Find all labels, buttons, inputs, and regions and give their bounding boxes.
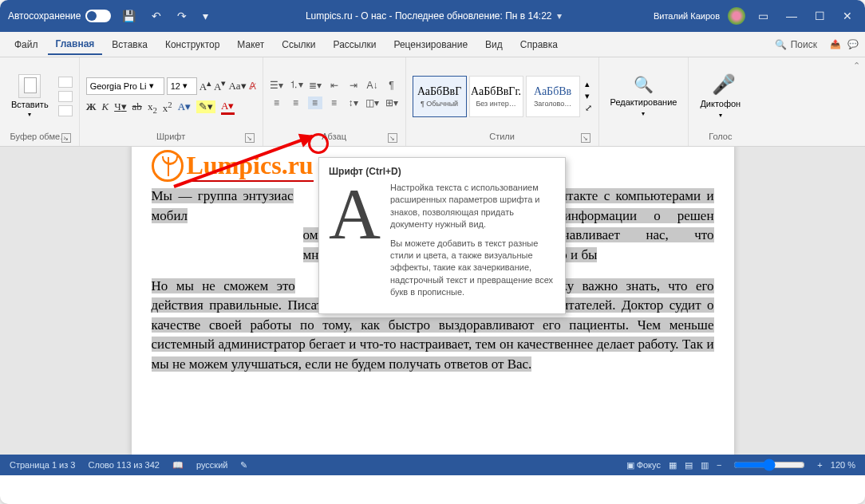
- grow-font-icon[interactable]: A▴: [199, 78, 211, 93]
- line-spacing-icon[interactable]: ↕▾: [346, 96, 361, 109]
- italic-button[interactable]: К: [102, 100, 109, 113]
- save-icon[interactable]: 💾: [117, 8, 140, 24]
- tab-layout[interactable]: Макет: [229, 35, 272, 54]
- dictate-button[interactable]: 🎤Диктофон▾: [695, 70, 745, 122]
- tab-design[interactable]: Конструктор: [157, 35, 227, 54]
- comments-icon[interactable]: 💬: [847, 39, 859, 49]
- group-editing: 🔍Редактирование▾: [599, 57, 689, 146]
- tab-review[interactable]: Рецензирование: [385, 35, 476, 54]
- status-spellcheck-icon[interactable]: 📖: [172, 460, 184, 471]
- font-color-icon[interactable]: A▾: [221, 100, 234, 115]
- group-voice: 🎤Диктофон▾ Голос: [689, 57, 752, 146]
- view-read-icon[interactable]: ▦: [669, 460, 677, 471]
- style-normal[interactable]: АаБбВвГ¶ Обычный: [413, 76, 467, 117]
- group-styles: АаБбВвГ¶ Обычный АаБбВвГг.Без интер… АаБ…: [406, 57, 599, 146]
- zoom-slider[interactable]: [733, 459, 805, 471]
- format-painter-icon[interactable]: [58, 105, 73, 116]
- tab-view[interactable]: Вид: [477, 35, 511, 54]
- styles-down-icon[interactable]: ▾: [585, 91, 592, 101]
- font-tooltip: Шрифт (Ctrl+D) A Настройка текста с испо…: [318, 157, 566, 314]
- avatar[interactable]: [728, 7, 745, 25]
- ribbon-mode-icon[interactable]: ▭: [753, 8, 773, 24]
- maximize-icon[interactable]: ☐: [810, 8, 830, 24]
- sort-icon[interactable]: A↓: [365, 79, 380, 92]
- underline-button[interactable]: Ч▾: [114, 100, 126, 113]
- logo-icon: [152, 150, 184, 182]
- status-page[interactable]: Страница 1 из 3: [10, 460, 75, 470]
- group-font: Georgia Pro Li ▾ 12 ▾ A▴ A▾ Aa▾ A̷ Ж К Ч…: [80, 57, 263, 146]
- autosave[interactable]: Автосохранение: [8, 10, 111, 22]
- font-size-select[interactable]: 12 ▾: [167, 77, 197, 95]
- shrink-font-icon[interactable]: A▾: [214, 78, 226, 93]
- align-left-icon[interactable]: ≡: [270, 96, 284, 109]
- align-center-icon[interactable]: ≡: [289, 96, 303, 109]
- annotation-circle: [308, 133, 329, 154]
- shading-icon[interactable]: ◫▾: [365, 96, 380, 109]
- styles-up-icon[interactable]: ▴: [585, 79, 592, 89]
- status-language[interactable]: русский: [196, 460, 227, 470]
- view-web-icon[interactable]: ▥: [701, 460, 709, 471]
- share-icon[interactable]: 📤: [830, 39, 841, 49]
- outdent-icon[interactable]: ⇤: [327, 79, 342, 92]
- paste-button[interactable]: Вставить▾: [6, 73, 53, 120]
- user-name[interactable]: Виталий Каиров: [654, 11, 720, 21]
- numbering-icon[interactable]: ⒈▾: [289, 79, 303, 92]
- subscript-button[interactable]: x2: [148, 100, 157, 115]
- justify-icon[interactable]: ≡: [327, 96, 342, 109]
- group-clipboard: Вставить▾ Буфер обме…↘: [0, 57, 80, 146]
- tooltip-preview-icon: A: [329, 182, 381, 305]
- indent-icon[interactable]: ⇥: [346, 79, 361, 92]
- autosave-toggle[interactable]: [85, 10, 111, 22]
- bullets-icon[interactable]: ☰▾: [270, 79, 284, 92]
- borders-icon[interactable]: ⊞▾: [385, 96, 399, 109]
- minimize-icon[interactable]: —: [781, 8, 802, 24]
- tab-help[interactable]: Справка: [512, 35, 566, 54]
- search-input[interactable]: 🔍 Поиск: [768, 37, 824, 53]
- font-dialog-launcher[interactable]: ↘: [245, 133, 255, 143]
- font-family-select[interactable]: Georgia Pro Li ▾: [86, 77, 164, 95]
- status-bar: Страница 1 из 3 Слово 113 из 342 📖 русск…: [0, 455, 865, 475]
- style-nospacing[interactable]: АаБбВвГг.Без интер…: [469, 76, 523, 117]
- focus-mode[interactable]: ▣ Фокус: [626, 460, 661, 471]
- collapse-ribbon-icon[interactable]: ⌃: [853, 61, 860, 71]
- show-marks-icon[interactable]: ¶: [385, 79, 399, 92]
- undo-icon[interactable]: ↶: [147, 8, 166, 24]
- style-heading[interactable]: АаБбВвЗаголово…: [526, 76, 580, 117]
- tab-insert[interactable]: Вставка: [104, 35, 156, 54]
- touch-icon[interactable]: ▾: [198, 8, 213, 24]
- titlebar: Автосохранение 💾 ↶ ↷ ▾ Lumpics.ru - О на…: [0, 0, 865, 32]
- status-accessibility-icon[interactable]: ✎: [240, 460, 247, 471]
- cut-icon[interactable]: [58, 77, 73, 88]
- strike-button[interactable]: ab: [132, 100, 142, 113]
- copy-icon[interactable]: [58, 91, 73, 102]
- paragraph-launcher[interactable]: ↘: [388, 133, 397, 143]
- tab-file[interactable]: Файл: [6, 35, 46, 54]
- zoom-in-icon[interactable]: +: [817, 460, 822, 470]
- multilevel-icon[interactable]: ≣▾: [308, 79, 322, 92]
- zoom-out-icon[interactable]: −: [717, 460, 721, 470]
- window-title: Lumpics.ru - О нас - Последнее обновлени…: [219, 10, 646, 22]
- clipboard-launcher[interactable]: ↘: [61, 133, 71, 143]
- clear-format-icon[interactable]: A̷: [249, 80, 256, 93]
- highlight-icon[interactable]: ✎▾: [196, 100, 215, 113]
- styles-launcher[interactable]: ↘: [581, 133, 590, 143]
- styles-more-icon[interactable]: ⤢: [585, 103, 592, 113]
- superscript-button[interactable]: x2: [163, 100, 172, 115]
- close-icon[interactable]: ✕: [838, 8, 857, 24]
- view-print-icon[interactable]: ▤: [685, 460, 693, 471]
- change-case-icon[interactable]: Aa▾: [228, 80, 246, 93]
- ribbon-tabs: Файл Главная Вставка Конструктор Макет С…: [0, 32, 865, 57]
- redo-icon[interactable]: ↷: [172, 8, 192, 24]
- zoom-level[interactable]: 120 %: [831, 460, 855, 470]
- editing-button[interactable]: 🔍Редактирование▾: [606, 72, 682, 120]
- bold-button[interactable]: Ж: [86, 100, 97, 113]
- group-paragraph: ☰▾ ⒈▾ ≣▾ ⇤ ⇥ A↓ ¶ ≡ ≡ ≡ ≡ ↕▾ ◫▾ ⊞▾ Абзац…: [263, 57, 406, 146]
- ribbon: Вставить▾ Буфер обме…↘ Georgia Pro Li ▾ …: [0, 57, 865, 147]
- text-effects-icon[interactable]: A▾: [178, 100, 191, 113]
- tab-references[interactable]: Ссылки: [274, 35, 323, 54]
- tab-home[interactable]: Главная: [48, 34, 103, 55]
- tab-mailings[interactable]: Рассылки: [326, 35, 385, 54]
- status-words[interactable]: Слово 113 из 342: [88, 460, 160, 470]
- align-right-icon[interactable]: ≡: [308, 96, 322, 109]
